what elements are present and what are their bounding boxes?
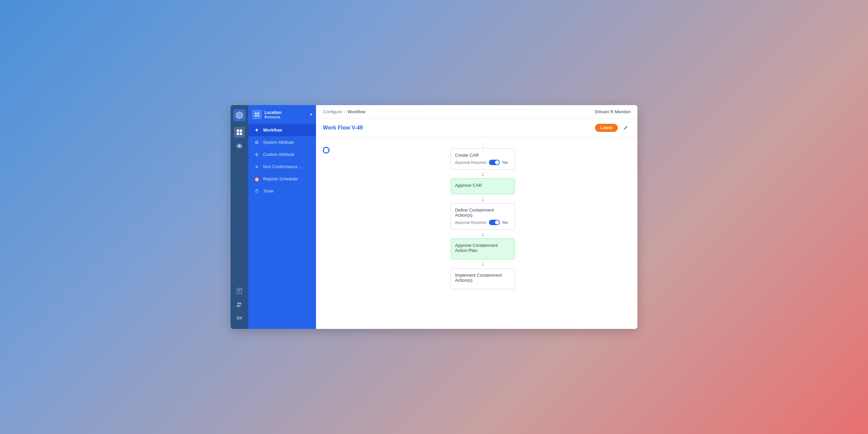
- sidebar-workflow-label: Workflow: [263, 128, 282, 133]
- svg-rect-15: [255, 115, 257, 117]
- rail-users-icon[interactable]: [234, 299, 245, 310]
- approval-label-1: Approval Required:: [455, 160, 487, 164]
- sidebar: Location Romania ▾ ✦ Workflow ⚙ System A…: [248, 105, 316, 329]
- svg-rect-4: [237, 133, 239, 135]
- approval-toggle-3[interactable]: [489, 220, 500, 225]
- svg-rect-13: [255, 113, 257, 114]
- workflow-icon: ✦: [254, 127, 260, 133]
- svg-rect-3: [240, 130, 242, 132]
- breadcrumb-separator: ›: [344, 109, 345, 114]
- custom-attribute-icon: ✛: [254, 152, 260, 157]
- main-content: Configure › Workflow Shivani R Mendon Wo…: [316, 105, 637, 329]
- rail-settings-icon[interactable]: [234, 140, 245, 151]
- sidebar-location-header[interactable]: Location Romania ▾: [248, 105, 316, 124]
- location-label: Location: [264, 110, 281, 115]
- flow-node-approve-car[interactable]: Approve CAR: [451, 178, 515, 194]
- icon-rail: EN: [231, 105, 248, 329]
- app-container: EN Location Romania ▾: [231, 105, 637, 329]
- app-logo: [233, 109, 245, 121]
- sidebar-non-conformance-label: Non Conformance ...: [263, 164, 302, 169]
- location-icon: [252, 110, 262, 119]
- arrow-1: ↓: [481, 171, 485, 177]
- user-name: Shivani R Mendon: [595, 109, 631, 114]
- svg-rect-7: [237, 288, 242, 294]
- reports-scheduler-icon: ⏰: [254, 176, 260, 182]
- approval-yes-3: Yes: [502, 220, 508, 224]
- sidebar-system-attribute-label: System Attribute: [263, 140, 294, 145]
- sidebar-item-non-conformance[interactable]: ≡ Non Conformance ...: [248, 161, 316, 173]
- approval-toggle-1[interactable]: [489, 160, 500, 165]
- svg-rect-14: [257, 113, 259, 114]
- header-actions: Latest: [595, 123, 631, 133]
- flow-node-define-containment[interactable]: Define Containment Action(s) Approval Re…: [451, 203, 515, 230]
- svg-point-11: [237, 302, 239, 304]
- sidebar-custom-attribute-label: Custom Attribute: [263, 152, 294, 157]
- arrow-2: ↓: [481, 196, 485, 202]
- svg-marker-1: [237, 113, 241, 117]
- svg-point-12: [239, 302, 241, 304]
- approval-yes-1: Yes: [502, 160, 508, 164]
- breadcrumb-parent: Configure: [323, 109, 342, 114]
- workflow-canvas: Create CAR Approval Required: Yes ↓ Appr…: [316, 137, 637, 329]
- edit-button[interactable]: [620, 123, 631, 133]
- connector-line-top: [483, 143, 483, 148]
- define-containment-title: Define Containment Action(s): [455, 208, 511, 218]
- workflow-header: Work Flow V-49 Latest: [316, 119, 637, 137]
- system-attribute-icon: ⚙: [254, 140, 260, 145]
- sidebar-reports-scheduler-label: Reports Scheduler: [263, 177, 298, 181]
- rail-docs-icon[interactable]: [234, 285, 245, 296]
- approval-label-3: Approval Required:: [455, 220, 487, 224]
- flow-node-create-car[interactable]: Create CAR Approval Required: Yes: [451, 148, 515, 170]
- sidebar-chevron-icon: ▾: [310, 112, 312, 117]
- location-sublabel: Romania: [264, 115, 281, 119]
- implement-containment-title: Implement Containment Action(s): [455, 273, 511, 283]
- breadcrumb-current: Workflow: [348, 109, 366, 114]
- arrow-3: ↓: [481, 231, 485, 237]
- timer-icon: ⏱: [254, 189, 260, 194]
- breadcrumb: Configure › Workflow: [323, 109, 366, 114]
- sidebar-item-workflow[interactable]: ✦ Workflow: [248, 124, 316, 136]
- sidebar-item-system-attribute[interactable]: ⚙ System Attribute: [248, 136, 316, 149]
- sidebar-item-reports-scheduler[interactable]: ⏰ Reports Scheduler: [248, 173, 316, 185]
- topbar: Configure › Workflow Shivani R Mendon: [316, 105, 637, 119]
- flow-node-implement-containment[interactable]: Implement Containment Action(s): [451, 268, 515, 289]
- sidebar-item-custom-attribute[interactable]: ✛ Custom Attribute: [248, 149, 316, 161]
- rail-dashboard-icon[interactable]: [234, 127, 245, 138]
- approve-containment-title: Approve Containment Action Plan: [455, 243, 511, 253]
- flow-node-approve-containment[interactable]: Approve Containment Action Plan: [451, 238, 515, 259]
- arrow-4: ↓: [481, 261, 485, 267]
- rail-bottom: EN: [234, 285, 245, 329]
- start-node: [323, 147, 330, 154]
- workflow-title: Work Flow V-49: [323, 125, 363, 131]
- svg-rect-2: [237, 130, 239, 132]
- non-conformance-icon: ≡: [254, 164, 260, 170]
- rail-language[interactable]: EN: [234, 313, 245, 323]
- create-car-title: Create CAR: [455, 153, 511, 158]
- svg-rect-5: [240, 133, 242, 135]
- sidebar-timer-label: Timer: [263, 189, 274, 194]
- svg-rect-16: [257, 115, 259, 117]
- latest-button[interactable]: Latest: [595, 124, 618, 132]
- approve-car-title: Approve CAR: [455, 183, 511, 188]
- sidebar-item-timer[interactable]: ⏱ Timer: [248, 185, 316, 197]
